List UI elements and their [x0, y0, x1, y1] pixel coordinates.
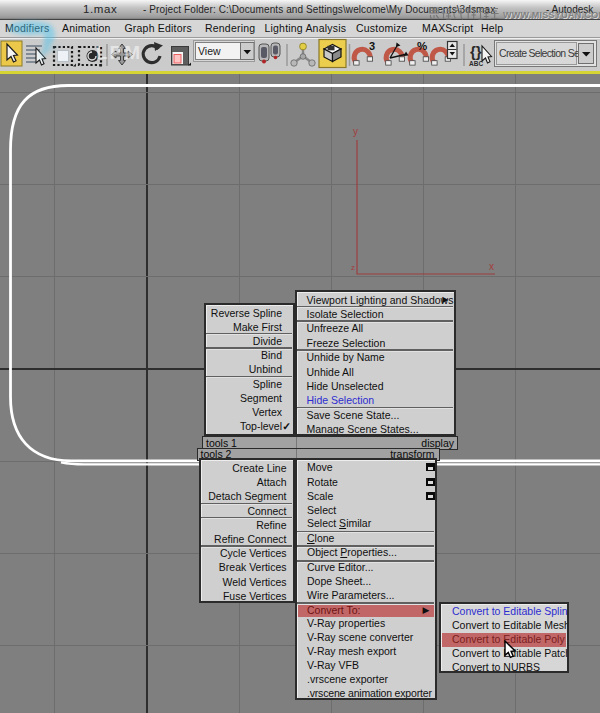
- svg-text:y: y: [353, 126, 358, 137]
- svg-text:x: x: [489, 261, 494, 272]
- svg-text:z: z: [351, 263, 355, 272]
